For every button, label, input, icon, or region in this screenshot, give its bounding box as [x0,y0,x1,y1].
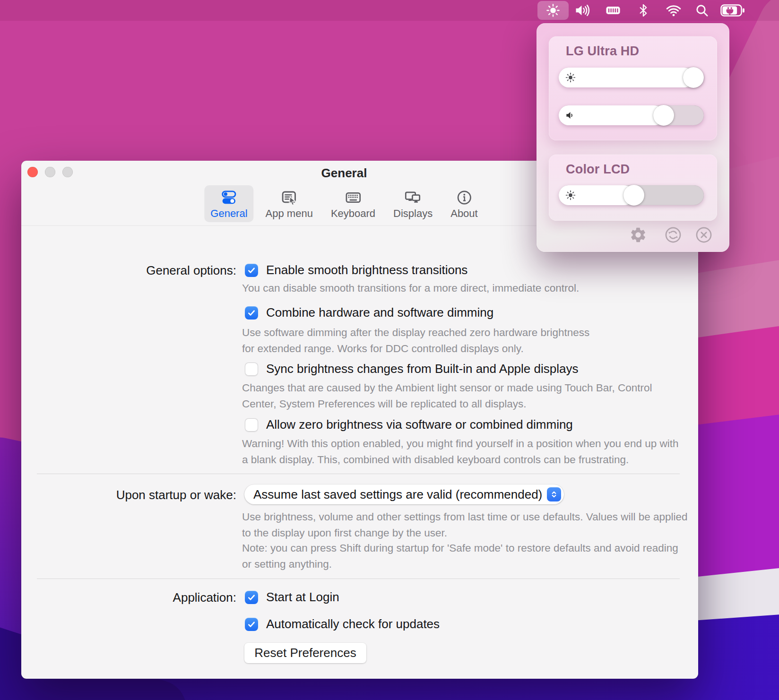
display-name: LG Ultra HD [566,44,639,59]
checkbox-label: Start at Login [266,590,339,605]
checkbox-start-at-login[interactable] [245,591,258,604]
brightness-popover: LG Ultra HD [537,23,729,252]
section-divider [37,474,680,474]
check-icon [247,593,256,602]
display-card-lcd: Color LCD [549,155,717,221]
close-icon[interactable] [695,226,713,244]
checkbox-label: Automatically check for updates [266,617,440,631]
chevron-up-down-icon [547,487,561,501]
close-button[interactable] [27,167,38,177]
sun-icon [564,189,577,201]
application-label: Application: [85,590,236,605]
slider-knob[interactable] [623,185,644,206]
checkbox-combine-dimming[interactable] [245,306,258,320]
displays-icon [405,189,422,206]
desktop: General General [0,0,779,700]
checkbox-label: Combine hardware and software dimming [266,305,493,320]
section-divider [37,579,680,579]
zoom-button[interactable] [62,167,73,177]
startup-description: Use brightness, volume and other setting… [242,509,691,541]
settings-gear-icon[interactable] [629,226,647,244]
option-description: Warning! With this option enabled, you m… [242,436,682,468]
checkbox-smooth-transitions[interactable] [245,264,258,277]
lg-brightness-slider[interactable] [559,68,704,87]
tab-label: Displays [393,208,433,219]
checkbox-auto-updates[interactable] [245,618,258,631]
option-description: Changes that are caused by the Ambient l… [242,380,670,412]
general-options-label: General options: [85,263,236,278]
tab-label: About [450,208,478,219]
slider-knob[interactable] [653,105,674,126]
lg-volume-slider[interactable] [559,105,704,125]
checkbox-label: Enable smooth brightness transitions [266,263,467,277]
tab-label: General [210,208,247,219]
startup-label: Upon startup or wake: [85,488,236,502]
checkbox-sync-brightness[interactable] [245,363,258,376]
option-row: Allow zero brightness via software or co… [245,417,573,432]
keyboard-icon [345,189,362,206]
startup-note: Note: you can press Shift during startup… [242,540,682,572]
tab-about[interactable]: About [444,185,484,222]
tab-displays[interactable]: Displays [387,185,439,222]
sun-icon [564,71,577,84]
minimize-button[interactable] [45,167,55,177]
keyboard-brightness-icon[interactable] [604,0,623,21]
display-name: Color LCD [566,162,630,177]
startup-select[interactable]: Assume last saved settings are valid (re… [244,484,564,504]
app-menu-icon [281,189,298,206]
info-icon [456,189,473,206]
toolbar: General App menu [204,185,484,222]
checkbox-label: Allow zero brightness via software or co… [266,417,573,432]
option-row: Enable smooth brightness transitions [245,263,467,277]
tab-app-menu[interactable]: App menu [260,185,319,222]
option-description: You can disable smooth transitions for a… [242,280,579,296]
tab-general[interactable]: General [204,185,253,222]
tab-label: Keyboard [331,208,375,219]
brightness-icon[interactable] [545,0,561,21]
wifi-icon[interactable] [665,0,683,21]
slider-knob[interactable] [683,67,704,88]
battery-charging-icon[interactable] [719,0,746,21]
check-icon [247,308,256,318]
volume-icon[interactable] [573,0,592,21]
checkbox-label: Sync brightness changes from Built-in an… [266,362,578,376]
option-row: Sync brightness changes from Built-in an… [245,362,578,376]
option-row: Automatically check for updates [245,617,440,631]
check-icon [247,266,256,275]
tab-label: App menu [266,208,313,219]
speaker-icon [564,109,577,121]
lcd-brightness-slider[interactable] [559,185,704,205]
sync-icon[interactable] [664,226,682,244]
option-row: Combine hardware and software dimming [245,305,493,320]
search-icon[interactable] [694,0,710,21]
slider-fill [559,68,693,87]
tab-keyboard[interactable]: Keyboard [325,185,381,222]
selected-option: Assume last saved settings are valid (re… [244,487,542,502]
option-description: Use software dimming after the display r… [242,325,604,357]
menu-bar [0,0,779,21]
check-icon [247,620,256,629]
checkbox-zero-brightness[interactable] [245,418,258,432]
reset-preferences-button[interactable]: Reset Preferences [244,643,366,663]
toggles-icon [220,189,237,206]
bluetooth-icon[interactable] [636,0,651,21]
display-card-lg: LG Ultra HD [549,36,717,140]
window-title: General [321,166,367,181]
option-row: Start at Login [245,590,339,605]
